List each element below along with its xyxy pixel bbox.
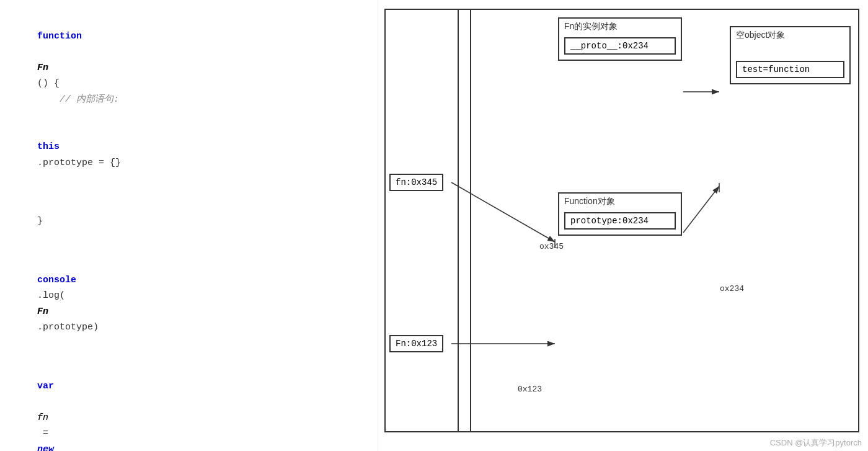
diagram-panel: Fn的实例对象 __proto__:0x234 空object对象 test=f… <box>378 0 868 451</box>
instance-box: Fn的实例对象 __proto__:0x234 <box>558 17 682 61</box>
label-0x123: 0x123 <box>518 385 542 394</box>
function-box: Function对象 prototype:0x234 <box>558 192 682 236</box>
empty-obj-box: 空object对象 test=function <box>730 26 851 84</box>
blank-line <box>15 187 363 198</box>
code-line-5: var fn = new Fn () // 内部语句: this. <box>15 362 363 451</box>
blank-line <box>15 351 363 362</box>
stack-item-Fn: Fn:0x123 <box>389 335 443 352</box>
code-line-3: } <box>15 198 363 246</box>
code-line-2: this .prototype = {} <box>15 123 363 187</box>
footer-text: CSDN @认真学习pytorch <box>770 437 862 449</box>
empty-obj-inner: test=function <box>736 61 844 78</box>
instance-box-title: Fn的实例对象 <box>559 19 681 35</box>
blank-line <box>15 245 363 256</box>
instance-box-inner: __proto__:0x234 <box>564 37 676 55</box>
code-line-4: console .log( Fn .prototype) <box>15 256 363 351</box>
code-panel: function Fn () { // 内部语句: this .prototyp… <box>0 0 378 451</box>
function-box-title: Function对象 <box>559 194 681 210</box>
stack-item-fn: fn:0x345 <box>389 174 443 191</box>
stack-box <box>384 9 459 432</box>
empty-obj-title: 空object对象 <box>731 27 849 43</box>
label-ox345: ox345 <box>539 242 564 251</box>
label-ox234: ox234 <box>720 284 744 293</box>
function-box-inner: prototype:0x234 <box>564 212 676 230</box>
code-line-1: function Fn () { // 内部语句: <box>15 12 363 123</box>
keyword-function: function <box>37 31 82 42</box>
